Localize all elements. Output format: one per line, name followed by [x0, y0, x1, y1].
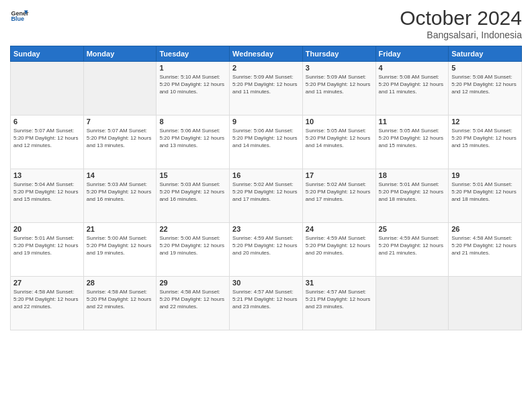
calendar-cell: 18Sunrise: 5:01 AM Sunset: 5:20 PM Dayli… — [375, 169, 449, 223]
day-number: 3 — [306, 64, 373, 72]
calendar-week-row: 13Sunrise: 5:04 AM Sunset: 5:20 PM Dayli… — [11, 169, 522, 223]
day-info: Sunrise: 5:00 AM Sunset: 5:20 PM Dayligh… — [159, 234, 226, 257]
calendar-cell: 2Sunrise: 5:09 AM Sunset: 5:20 PM Daylig… — [230, 62, 303, 116]
svg-text:Blue: Blue — [11, 15, 24, 22]
calendar-cell: 26Sunrise: 4:58 AM Sunset: 5:20 PM Dayli… — [449, 223, 522, 277]
calendar-cell: 1Sunrise: 5:10 AM Sunset: 5:20 PM Daylig… — [157, 62, 230, 116]
calendar-cell: 11Sunrise: 5:05 AM Sunset: 5:20 PM Dayli… — [375, 116, 449, 169]
day-info: Sunrise: 4:59 AM Sunset: 5:20 PM Dayligh… — [232, 234, 300, 257]
calendar-cell: 21Sunrise: 5:00 AM Sunset: 5:20 PM Dayli… — [83, 223, 157, 277]
calendar-cell — [375, 277, 449, 330]
day-number: 23 — [232, 225, 300, 233]
day-info: Sunrise: 5:05 AM Sunset: 5:20 PM Dayligh… — [379, 127, 446, 150]
calendar-cell: 17Sunrise: 5:02 AM Sunset: 5:20 PM Dayli… — [302, 169, 375, 223]
day-info: Sunrise: 5:10 AM Sunset: 5:20 PM Dayligh… — [159, 73, 226, 96]
calendar-cell: 14Sunrise: 5:03 AM Sunset: 5:20 PM Dayli… — [83, 169, 157, 223]
calendar-cell: 12Sunrise: 5:04 AM Sunset: 5:20 PM Dayli… — [449, 116, 522, 169]
day-info: Sunrise: 5:01 AM Sunset: 5:20 PM Dayligh… — [379, 181, 446, 203]
day-info: Sunrise: 5:06 AM Sunset: 5:20 PM Dayligh… — [159, 127, 226, 150]
day-info: Sunrise: 5:08 AM Sunset: 5:20 PM Dayligh… — [451, 73, 519, 96]
day-info: Sunrise: 5:03 AM Sunset: 5:20 PM Dayligh… — [159, 181, 226, 203]
calendar-cell: 19Sunrise: 5:01 AM Sunset: 5:20 PM Dayli… — [449, 169, 522, 223]
day-info: Sunrise: 5:09 AM Sunset: 5:20 PM Dayligh… — [306, 73, 373, 96]
calendar-cell: 8Sunrise: 5:06 AM Sunset: 5:20 PM Daylig… — [157, 116, 230, 169]
day-number: 15 — [159, 171, 226, 179]
day-number: 24 — [306, 225, 373, 233]
day-info: Sunrise: 5:07 AM Sunset: 5:20 PM Dayligh… — [87, 127, 154, 150]
calendar-cell: 16Sunrise: 5:02 AM Sunset: 5:20 PM Dayli… — [230, 169, 303, 223]
day-info: Sunrise: 4:58 AM Sunset: 5:20 PM Dayligh… — [13, 288, 81, 311]
day-number: 31 — [306, 279, 373, 287]
day-number: 10 — [306, 118, 373, 126]
calendar-week-row: 6Sunrise: 5:07 AM Sunset: 5:20 PM Daylig… — [11, 116, 522, 169]
day-info: Sunrise: 5:07 AM Sunset: 5:20 PM Dayligh… — [13, 127, 81, 150]
calendar-cell: 6Sunrise: 5:07 AM Sunset: 5:20 PM Daylig… — [11, 116, 84, 169]
day-number: 28 — [87, 279, 154, 287]
calendar-cell: 29Sunrise: 4:58 AM Sunset: 5:20 PM Dayli… — [157, 277, 230, 330]
day-number: 7 — [87, 118, 154, 126]
calendar-cell: 23Sunrise: 4:59 AM Sunset: 5:20 PM Dayli… — [230, 223, 303, 277]
day-number: 17 — [306, 171, 373, 179]
day-number: 19 — [451, 171, 519, 179]
day-number: 12 — [451, 118, 519, 126]
day-info: Sunrise: 5:01 AM Sunset: 5:20 PM Dayligh… — [451, 181, 519, 203]
day-number: 14 — [87, 171, 154, 179]
day-info: Sunrise: 5:09 AM Sunset: 5:20 PM Dayligh… — [232, 73, 300, 96]
day-info: Sunrise: 4:58 AM Sunset: 5:20 PM Dayligh… — [87, 288, 154, 311]
day-info: Sunrise: 5:04 AM Sunset: 5:20 PM Dayligh… — [13, 181, 81, 203]
day-info: Sunrise: 4:57 AM Sunset: 5:21 PM Dayligh… — [306, 288, 373, 311]
location: Bangsalsari, Indonesia — [400, 30, 522, 40]
calendar-container: General Blue October 2024 Bangsalsari, I… — [0, 0, 532, 411]
calendar-cell: 4Sunrise: 5:08 AM Sunset: 5:20 PM Daylig… — [375, 62, 449, 116]
calendar-cell: 31Sunrise: 4:57 AM Sunset: 5:21 PM Dayli… — [302, 277, 375, 330]
col-thursday: Thursday — [302, 46, 375, 62]
calendar-cell: 20Sunrise: 5:01 AM Sunset: 5:20 PM Dayli… — [11, 223, 84, 277]
day-number: 6 — [13, 118, 81, 126]
day-info: Sunrise: 5:01 AM Sunset: 5:20 PM Dayligh… — [13, 234, 81, 257]
day-info: Sunrise: 4:59 AM Sunset: 5:20 PM Dayligh… — [306, 234, 373, 257]
calendar-week-row: 1Sunrise: 5:10 AM Sunset: 5:20 PM Daylig… — [11, 62, 522, 116]
calendar-cell: 22Sunrise: 5:00 AM Sunset: 5:20 PM Dayli… — [157, 223, 230, 277]
day-info: Sunrise: 5:03 AM Sunset: 5:20 PM Dayligh… — [87, 181, 154, 203]
day-number: 25 — [379, 225, 446, 233]
day-number: 5 — [451, 64, 519, 72]
col-sunday: Sunday — [11, 46, 84, 62]
day-info: Sunrise: 4:58 AM Sunset: 5:20 PM Dayligh… — [159, 288, 226, 311]
day-info: Sunrise: 4:58 AM Sunset: 5:20 PM Dayligh… — [451, 234, 519, 257]
col-tuesday: Tuesday — [157, 46, 230, 62]
title-block: October 2024 Bangsalsari, Indonesia — [400, 7, 522, 40]
day-info: Sunrise: 5:02 AM Sunset: 5:20 PM Dayligh… — [306, 181, 373, 203]
calendar-cell — [83, 62, 157, 116]
day-info: Sunrise: 4:59 AM Sunset: 5:20 PM Dayligh… — [379, 234, 446, 257]
col-friday: Friday — [375, 46, 449, 62]
calendar-cell: 30Sunrise: 4:57 AM Sunset: 5:21 PM Dayli… — [230, 277, 303, 330]
day-info: Sunrise: 5:00 AM Sunset: 5:20 PM Dayligh… — [87, 234, 154, 257]
day-info: Sunrise: 5:05 AM Sunset: 5:20 PM Dayligh… — [306, 127, 373, 150]
calendar-cell: 10Sunrise: 5:05 AM Sunset: 5:20 PM Dayli… — [302, 116, 375, 169]
calendar-cell: 3Sunrise: 5:09 AM Sunset: 5:20 PM Daylig… — [302, 62, 375, 116]
day-number: 16 — [232, 171, 300, 179]
col-wednesday: Wednesday — [230, 46, 303, 62]
day-number: 29 — [159, 279, 226, 287]
day-info: Sunrise: 5:02 AM Sunset: 5:20 PM Dayligh… — [232, 181, 300, 203]
day-number: 18 — [379, 171, 446, 179]
calendar-cell: 5Sunrise: 5:08 AM Sunset: 5:20 PM Daylig… — [449, 62, 522, 116]
day-number: 2 — [232, 64, 300, 72]
day-info: Sunrise: 5:06 AM Sunset: 5:20 PM Dayligh… — [232, 127, 300, 150]
day-number: 21 — [87, 225, 154, 233]
calendar-cell: 15Sunrise: 5:03 AM Sunset: 5:20 PM Dayli… — [157, 169, 230, 223]
header: General Blue October 2024 Bangsalsari, I… — [10, 7, 522, 40]
header-row: Sunday Monday Tuesday Wednesday Thursday… — [11, 46, 522, 62]
col-monday: Monday — [83, 46, 157, 62]
logo-icon: General Blue — [10, 7, 29, 26]
calendar-cell: 7Sunrise: 5:07 AM Sunset: 5:20 PM Daylig… — [83, 116, 157, 169]
calendar-week-row: 20Sunrise: 5:01 AM Sunset: 5:20 PM Dayli… — [11, 223, 522, 277]
logo: General Blue — [10, 7, 29, 26]
day-number: 26 — [451, 225, 519, 233]
calendar-cell: 25Sunrise: 4:59 AM Sunset: 5:20 PM Dayli… — [375, 223, 449, 277]
month-title: October 2024 — [400, 7, 522, 30]
calendar-table: Sunday Monday Tuesday Wednesday Thursday… — [10, 46, 522, 330]
day-info: Sunrise: 5:04 AM Sunset: 5:20 PM Dayligh… — [451, 127, 519, 150]
day-number: 4 — [379, 64, 446, 72]
calendar-week-row: 27Sunrise: 4:58 AM Sunset: 5:20 PM Dayli… — [11, 277, 522, 330]
